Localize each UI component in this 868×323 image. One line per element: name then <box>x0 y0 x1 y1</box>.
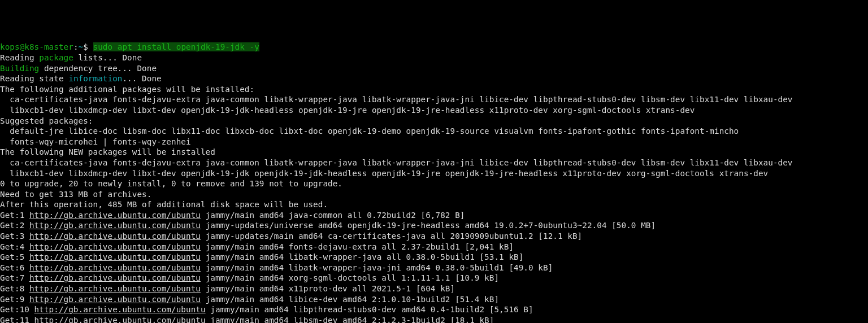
hl-information: information <box>68 74 122 83</box>
terminal-line: Get:10 http://gb.archive.ubuntu.com/ubun… <box>0 304 868 315</box>
terminal-line: 0 to upgrade, 20 to newly install, 0 to … <box>0 178 868 189</box>
hl-building: Building <box>0 64 39 73</box>
terminal-line: Get:9 http://gb.archive.ubuntu.com/ubunt… <box>0 294 868 305</box>
command-text: sudo apt install openjdk-19-jdk -y <box>93 42 259 51</box>
terminal-line: kops@k8s-master:~$ sudo apt install open… <box>0 42 868 53</box>
terminal-line: default-jre libice-doc libsm-doc libx11-… <box>0 126 868 137</box>
download-url: http://gb.archive.ubuntu.com/ubuntu <box>29 211 201 220</box>
download-url: http://gb.archive.ubuntu.com/ubuntu <box>29 284 201 293</box>
terminal-line: ca-certificates-java fonts-dejavu-extra … <box>0 158 868 168</box>
terminal-line: Suggested packages: <box>0 116 868 126</box>
terminal-line: After this operation, 485 MB of addition… <box>0 199 868 210</box>
terminal-line: Get:11 http://gb.archive.ubuntu.com/ubun… <box>0 315 868 323</box>
download-url: http://gb.archive.ubuntu.com/ubuntu <box>34 316 206 323</box>
terminal-line: libxcb1-dev libxdmcp-dev libxt-dev openj… <box>0 168 868 179</box>
prompt-user: kops@k8s-master <box>0 42 73 51</box>
download-url: http://gb.archive.ubuntu.com/ubuntu <box>29 242 201 251</box>
terminal-line: Get:2 http://gb.archive.ubuntu.com/ubunt… <box>0 220 868 231</box>
download-url: http://gb.archive.ubuntu.com/ubuntu <box>29 252 201 261</box>
terminal-line: ca-certificates-java fonts-dejavu-extra … <box>0 94 868 105</box>
download-url: http://gb.archive.ubuntu.com/ubuntu <box>29 273 201 282</box>
terminal-output[interactable]: kops@k8s-master:~$ sudo apt install open… <box>0 42 868 323</box>
download-url: http://gb.archive.ubuntu.com/ubuntu <box>29 295 201 304</box>
terminal-line: libxcb1-dev libxdmcp-dev libxt-dev openj… <box>0 105 868 116</box>
terminal-line: fonts-wqy-microhei | fonts-wqy-zenhei <box>0 137 868 147</box>
terminal-line: Building dependency tree... Done <box>0 63 868 74</box>
terminal-line: Get:1 http://gb.archive.ubuntu.com/ubunt… <box>0 210 868 221</box>
download-url: http://gb.archive.ubuntu.com/ubuntu <box>29 263 201 272</box>
terminal-line: The following additional packages will b… <box>0 84 868 95</box>
terminal-line: Get:4 http://gb.archive.ubuntu.com/ubunt… <box>0 242 868 252</box>
terminal-line: Reading state information... Done <box>0 73 868 84</box>
terminal-line: Get:5 http://gb.archive.ubuntu.com/ubunt… <box>0 252 868 263</box>
download-url: http://gb.archive.ubuntu.com/ubuntu <box>34 305 206 314</box>
terminal-line: Get:8 http://gb.archive.ubuntu.com/ubunt… <box>0 283 868 294</box>
download-url: http://gb.archive.ubuntu.com/ubuntu <box>29 232 201 241</box>
terminal-line: Reading package lists... Done <box>0 53 868 63</box>
terminal-line: Get:3 http://gb.archive.ubuntu.com/ubunt… <box>0 231 868 242</box>
prompt-sep: : <box>73 42 79 51</box>
hl-package: package <box>39 53 73 62</box>
prompt-dollar: $ <box>83 42 93 51</box>
terminal-line: Need to get 313 MB of archives. <box>0 189 868 200</box>
terminal-line: Get:6 http://gb.archive.ubuntu.com/ubunt… <box>0 263 868 273</box>
download-url: http://gb.archive.ubuntu.com/ubuntu <box>29 221 201 230</box>
prompt-path: ~ <box>79 42 84 51</box>
terminal-line: Get:7 http://gb.archive.ubuntu.com/ubunt… <box>0 273 868 283</box>
terminal-line: The following NEW packages will be insta… <box>0 147 868 158</box>
